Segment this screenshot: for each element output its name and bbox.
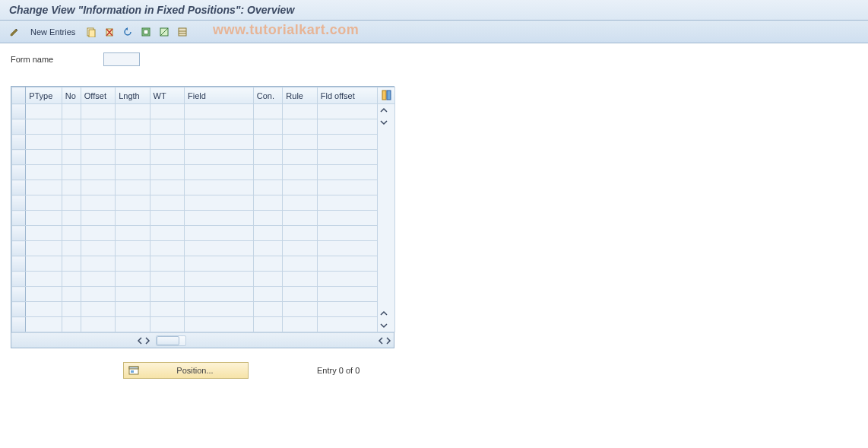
cell-lngth[interactable]	[116, 317, 150, 332]
cell-fld_offset[interactable]	[317, 211, 377, 226]
cell-con[interactable]	[253, 150, 283, 165]
row-selector[interactable]	[12, 226, 26, 241]
cell-wt[interactable]	[150, 104, 184, 119]
cell-field[interactable]	[184, 317, 253, 332]
cell-field[interactable]	[184, 104, 253, 119]
row-selector[interactable]	[12, 287, 26, 302]
toggle-change-icon[interactable]	[8, 25, 21, 39]
cell-offset[interactable]	[81, 211, 115, 226]
col-field[interactable]: Field	[184, 87, 253, 104]
cell-no[interactable]	[62, 287, 81, 302]
cell-lngth[interactable]	[116, 287, 150, 302]
row-selector[interactable]	[12, 302, 26, 317]
cell-fld_offset[interactable]	[317, 302, 377, 317]
cell-fld_offset[interactable]	[317, 135, 377, 150]
cell-con[interactable]	[253, 180, 283, 195]
cell-lngth[interactable]	[116, 302, 150, 317]
cell-ptype[interactable]	[26, 195, 62, 211]
new-entries-button[interactable]: New Entries	[26, 24, 80, 40]
delete-icon[interactable]	[103, 25, 116, 39]
cell-no[interactable]	[62, 150, 81, 165]
cell-wt[interactable]	[150, 135, 184, 150]
cell-no[interactable]	[62, 104, 81, 119]
cell-offset[interactable]	[81, 256, 115, 272]
cell-con[interactable]	[253, 135, 283, 150]
cell-wt[interactable]	[150, 165, 184, 180]
copy-as-icon[interactable]	[84, 25, 98, 39]
row-selector[interactable]	[12, 119, 26, 135]
cell-con[interactable]	[253, 195, 283, 211]
cell-ptype[interactable]	[26, 150, 62, 165]
cell-con[interactable]	[253, 211, 283, 226]
cell-rule[interactable]	[283, 302, 317, 317]
vscroll-up-bottom-icon[interactable]	[378, 307, 390, 319]
cell-fld_offset[interactable]	[317, 272, 377, 287]
cell-rule[interactable]	[283, 150, 317, 165]
cell-field[interactable]	[184, 226, 253, 241]
cell-no[interactable]	[62, 135, 81, 150]
cell-wt[interactable]	[150, 180, 184, 195]
cell-lngth[interactable]	[116, 195, 150, 211]
cell-wt[interactable]	[150, 211, 184, 226]
cell-lngth[interactable]	[116, 104, 150, 119]
cell-ptype[interactable]	[26, 165, 62, 180]
cell-no[interactable]	[62, 180, 81, 195]
cell-no[interactable]	[62, 317, 81, 332]
hscroll-track[interactable]	[156, 335, 186, 346]
table-view-icon[interactable]	[176, 25, 189, 39]
cell-field[interactable]	[184, 135, 253, 150]
cell-no[interactable]	[62, 119, 81, 135]
cell-field[interactable]	[184, 211, 253, 226]
cell-ptype[interactable]	[26, 256, 62, 272]
cell-wt[interactable]	[150, 241, 184, 256]
cell-offset[interactable]	[81, 104, 115, 119]
cell-rule[interactable]	[283, 241, 317, 256]
cell-wt[interactable]	[150, 302, 184, 317]
cell-field[interactable]	[184, 256, 253, 272]
cell-ptype[interactable]	[26, 272, 62, 287]
cell-wt[interactable]	[150, 256, 184, 272]
cell-rule[interactable]	[283, 317, 317, 332]
cell-offset[interactable]	[81, 317, 115, 332]
cell-wt[interactable]	[150, 272, 184, 287]
row-selector[interactable]	[12, 256, 26, 272]
select-all-icon[interactable]	[139, 25, 153, 39]
col-no[interactable]: No	[62, 87, 81, 104]
cell-no[interactable]	[62, 241, 81, 256]
cell-field[interactable]	[184, 272, 253, 287]
cell-fld_offset[interactable]	[317, 226, 377, 241]
cell-fld_offset[interactable]	[317, 150, 377, 165]
cell-rule[interactable]	[283, 195, 317, 211]
cell-lngth[interactable]	[116, 241, 150, 256]
cell-con[interactable]	[253, 104, 283, 119]
hscroll-left-end-icon[interactable]	[377, 337, 385, 345]
cell-wt[interactable]	[150, 150, 184, 165]
cell-rule[interactable]	[283, 226, 317, 241]
cell-fld_offset[interactable]	[317, 317, 377, 332]
vscroll-down-top-icon[interactable]	[378, 116, 390, 129]
cell-offset[interactable]	[81, 180, 115, 195]
cell-rule[interactable]	[283, 135, 317, 150]
cell-offset[interactable]	[81, 150, 115, 165]
cell-ptype[interactable]	[26, 287, 62, 302]
cell-wt[interactable]	[150, 287, 184, 302]
col-wt[interactable]: WT	[150, 87, 184, 104]
form-name-input[interactable]	[103, 52, 140, 66]
cell-con[interactable]	[253, 165, 283, 180]
cell-wt[interactable]	[150, 317, 184, 332]
cell-rule[interactable]	[283, 104, 317, 119]
cell-con[interactable]	[253, 302, 283, 317]
cell-offset[interactable]	[81, 241, 115, 256]
cell-offset[interactable]	[81, 302, 115, 317]
cell-field[interactable]	[184, 119, 253, 135]
cell-lngth[interactable]	[116, 135, 150, 150]
hscroll-left-icon[interactable]	[136, 337, 144, 345]
cell-lngth[interactable]	[116, 256, 150, 272]
hscroll-right-icon[interactable]	[144, 337, 151, 345]
col-ptype[interactable]: PType	[26, 87, 62, 104]
vscroll-up-icon[interactable]	[378, 104, 390, 116]
cell-wt[interactable]	[150, 195, 184, 211]
cell-ptype[interactable]	[26, 104, 62, 119]
cell-con[interactable]	[253, 241, 283, 256]
cell-rule[interactable]	[283, 211, 317, 226]
